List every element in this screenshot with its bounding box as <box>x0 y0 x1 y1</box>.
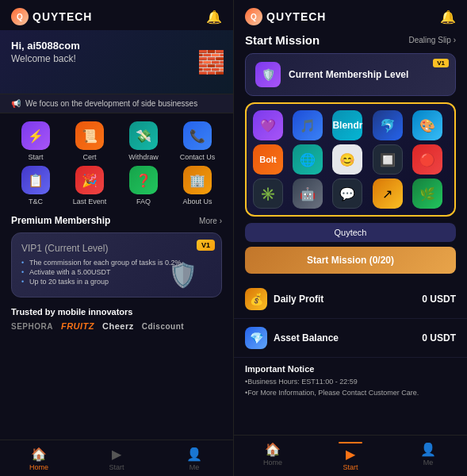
app-icon-11[interactable]: ✳️ <box>253 178 283 209</box>
app-icon-15[interactable]: 🌿 <box>412 178 442 209</box>
action-faq[interactable]: ❓ FAQ <box>119 166 168 205</box>
asset-balance-label: Asset Balance <box>274 332 339 344</box>
brand-fruitz: FRUITZ <box>61 321 94 331</box>
app-icon-9[interactable]: 🔲 <box>373 144 403 175</box>
app-icon-4[interactable]: 🐬 <box>373 110 403 140</box>
last-event-icon: 🎉 <box>75 166 104 194</box>
action-about-label: About Us <box>182 198 212 205</box>
premium-section-header: Premium Membership More › <box>0 210 233 229</box>
membership-card[interactable]: 🛡️ Current Membership Level V1 <box>245 53 456 96</box>
brand-logos: SEPHORA FRUITZ Cheerz Cdiscount <box>11 321 222 331</box>
right-logo-text: QUYTECH <box>266 10 326 23</box>
speaker-icon: 📢 <box>11 99 21 108</box>
app-icon-2[interactable]: 🎵 <box>293 110 323 140</box>
app-icon-8[interactable]: 😊 <box>332 144 362 175</box>
membership-icon: 🛡️ <box>255 62 281 87</box>
right-nav-home-label: Home <box>263 459 282 466</box>
action-withdraw[interactable]: 💸 Withdraw <box>119 121 168 161</box>
daily-profit-value: 0 USDT <box>422 294 456 305</box>
action-last-event-label: Last Event <box>73 198 107 205</box>
action-tnc[interactable]: 📋 T&C <box>11 166 60 205</box>
app-grid-container: 💜 🎵 Blendr 🐬 🎨 Bolt 🌐 😊 🔲 🔴 ✳️ 🤖 💬 ↗ 🌿 <box>245 102 456 217</box>
right-nav-me[interactable]: 👤 Me <box>389 436 467 476</box>
right-logo: Q QUYTECH <box>245 8 326 25</box>
trusted-section: Trusted by mobile innovators SEPHORA FRU… <box>0 301 233 334</box>
asset-balance-left: 💎 Asset Balance <box>245 327 339 349</box>
app-icon-chatgpt[interactable]: 🤖 <box>293 178 323 209</box>
right-header: Q QUYTECH 🔔 <box>234 0 467 30</box>
right-panel: Q QUYTECH 🔔 Start Mission Dealing Slip 🛡… <box>234 0 467 476</box>
right-me-icon: 👤 <box>420 442 436 457</box>
asset-balance-icon: 💎 <box>245 327 267 349</box>
about-icon: 🏢 <box>183 166 212 194</box>
tab-quytech[interactable]: Quytech <box>245 223 456 242</box>
right-nav-home[interactable]: 🏠 Home <box>234 436 312 476</box>
vip-title: VIP1 (Current Level) <box>21 243 212 254</box>
right-notification-bell-icon[interactable]: 🔔 <box>440 10 456 25</box>
right-bottom-nav: 🏠 Home ▶ Start 👤 Me <box>234 435 467 476</box>
logo: Q QUYTECH <box>11 8 92 25</box>
membership-badge: V1 <box>433 59 449 67</box>
daily-profit-label: Daily Profit <box>274 294 323 305</box>
welcome-section: Hi, ai5088com Welcome back! 🧱 <box>0 30 233 94</box>
trusted-title: Trusted by mobile innovators <box>11 307 222 317</box>
page-title: Start Mission <box>245 33 320 47</box>
daily-profit-row: 💰 Daily Profit 0 USDT <box>234 280 467 319</box>
notification-bell-icon[interactable]: 🔔 <box>206 10 222 25</box>
action-start-label: Start <box>28 153 43 161</box>
title-row: Start Mission Dealing Slip <box>234 30 467 53</box>
action-contact[interactable]: 📞 Contact Us <box>173 121 222 161</box>
marquee-text: We focus on the development of side busi… <box>25 99 197 108</box>
logo-icon: Q <box>11 8 29 25</box>
premium-more-button[interactable]: More › <box>199 217 222 225</box>
right-nav-start[interactable]: ▶ Start <box>312 436 389 476</box>
app-icon-13[interactable]: 💬 <box>332 178 362 209</box>
right-nav-start-label: Start <box>343 463 358 471</box>
asset-balance-value: 0 USDT <box>422 332 456 344</box>
dealing-slip-link[interactable]: Dealing Slip <box>409 36 456 44</box>
nav-me[interactable]: 👤 Me <box>155 440 233 476</box>
app-grid: 💜 🎵 Blendr 🐬 🎨 Bolt 🌐 😊 🔲 🔴 ✳️ 🤖 💬 ↗ 🌿 <box>253 110 448 209</box>
action-cert-label: Cert <box>82 153 96 161</box>
right-nav-me-label: Me <box>423 459 434 466</box>
action-start[interactable]: ⚡ Start <box>11 121 60 161</box>
right-logo-icon: Q <box>245 8 262 25</box>
shield-icon: 🛡️ <box>168 261 197 289</box>
notice-section: Important Notice •Business Hours: EST11:… <box>234 358 467 405</box>
nav-home[interactable]: 🏠 Home <box>0 440 78 476</box>
start-nav-icon: ▶ <box>112 447 121 462</box>
start-icon: ⚡ <box>21 121 50 150</box>
action-last-event[interactable]: 🎉 Last Event <box>65 166 114 205</box>
daily-profit-left: 💰 Daily Profit <box>245 288 323 310</box>
quick-actions-grid: ⚡ Start 📜 Cert 💸 Withdraw 📞 Contact Us 📋… <box>0 113 233 210</box>
nav-home-label: Home <box>29 463 48 471</box>
app-icon-bolt[interactable]: Bolt <box>253 144 283 175</box>
app-icon-5[interactable]: 🎨 <box>412 110 442 140</box>
tabs-row: Quytech <box>245 223 456 242</box>
membership-level-text: Current Membership Level <box>289 69 408 80</box>
app-icon-1[interactable]: 💜 <box>253 110 283 140</box>
welcome-text: Hi, ai5088com Welcome back! <box>11 40 222 64</box>
notice-line-2: •For More Information, Please Contact Cu… <box>245 388 456 399</box>
brand-cheerz: Cheerz <box>102 321 134 331</box>
premium-title: Premium Membership <box>11 215 110 226</box>
left-panel: Q QUYTECH 🔔 Hi, ai5088com Welcome back! … <box>0 0 234 476</box>
app-icon-10[interactable]: 🔴 <box>412 144 442 175</box>
marquee-bar: 📢 We focus on the development of side bu… <box>0 94 233 113</box>
vip-badge: V1 <box>197 240 215 251</box>
welcome-back-text: Welcome back! <box>11 53 222 64</box>
app-icon-arrow[interactable]: ↗ <box>373 178 403 209</box>
start-mission-button[interactable]: Start Mission (0/20) <box>245 247 456 274</box>
app-icon-7[interactable]: 🌐 <box>293 144 323 175</box>
greeting-text: Hi, ai5088com <box>11 40 222 52</box>
brand-sephora: SEPHORA <box>11 322 53 331</box>
faq-icon: ❓ <box>129 166 158 194</box>
app-icon-blender[interactable]: Blendr <box>332 110 362 140</box>
daily-profit-icon: 💰 <box>245 288 267 310</box>
action-about[interactable]: 🏢 About Us <box>173 166 222 205</box>
nav-start-label: Start <box>109 463 124 471</box>
action-cert[interactable]: 📜 Cert <box>65 121 114 161</box>
nav-start[interactable]: ▶ Start <box>78 440 155 476</box>
notice-body: •Business Hours: EST11:00 - 22:59 •For M… <box>245 377 456 398</box>
left-header: Q QUYTECH 🔔 <box>0 0 233 30</box>
